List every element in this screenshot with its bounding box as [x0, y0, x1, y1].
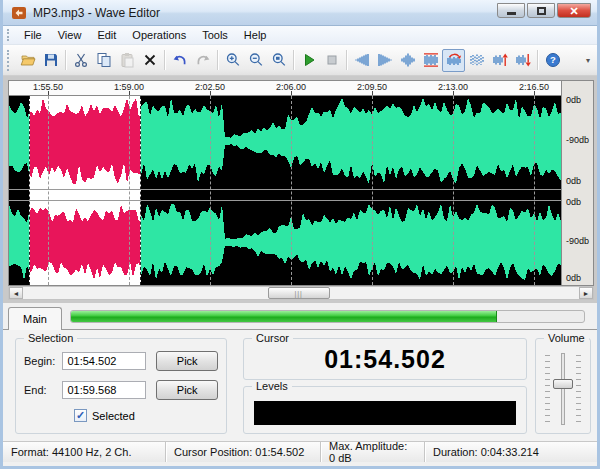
- zoom-selection-button[interactable]: [267, 49, 290, 72]
- menu-tools[interactable]: Tools: [194, 27, 236, 43]
- menu-grip: [7, 29, 12, 42]
- menu-view[interactable]: View: [50, 27, 90, 43]
- scroll-left-button[interactable]: ◄: [9, 287, 23, 299]
- insert-silence-button[interactable]: [396, 49, 419, 72]
- volume-legend: Volume: [544, 332, 589, 344]
- scrollbar-track[interactable]: |||: [23, 287, 579, 299]
- levels-group: Levels: [243, 386, 527, 434]
- play-icon: [301, 52, 317, 68]
- normalize-button[interactable]: [419, 49, 442, 72]
- help-button[interactable]: ?: [541, 49, 564, 72]
- tab-row: Main: [3, 303, 597, 329]
- selection-group: Selection Begin: Pick End: Pick ✓ Select…: [15, 338, 227, 434]
- pick-end-button[interactable]: Pick: [156, 380, 218, 400]
- volume-down-button[interactable]: [511, 49, 534, 72]
- minimize-button[interactable]: [497, 3, 525, 18]
- begin-label: Begin:: [24, 355, 62, 367]
- minimize-icon: [507, 12, 516, 15]
- fade-in-icon: [354, 52, 370, 68]
- channel-divider-line: [9, 200, 561, 201]
- volume-up-button[interactable]: [488, 49, 511, 72]
- maximize-button[interactable]: [527, 3, 555, 18]
- save-icon: [43, 52, 59, 68]
- cursor-time-display: 01:54.502: [244, 345, 526, 374]
- delete-icon: [142, 52, 158, 68]
- menu-bar: File View Edit Operations Tools Help: [3, 26, 597, 45]
- toolbar-overflow-icon: ▾: [586, 56, 590, 65]
- end-input[interactable]: [62, 381, 146, 399]
- stop-button[interactable]: [320, 49, 343, 72]
- paste-button[interactable]: [115, 49, 138, 72]
- toolbar-grip: [7, 50, 12, 71]
- volume-slider-thumb[interactable]: [553, 379, 573, 389]
- open-button[interactable]: [16, 49, 39, 72]
- title-bar: MP3.mp3 - Wave Editor ✕: [3, 0, 597, 26]
- status-cursor-position: Cursor Position: 01:54.502: [166, 442, 321, 462]
- undo-icon: [172, 52, 188, 68]
- toolbar: ? ▾: [3, 45, 597, 76]
- tick-gridline: [291, 96, 292, 285]
- scrollbar-thumb[interactable]: |||: [268, 287, 330, 299]
- silence-button[interactable]: [465, 49, 488, 72]
- timeline-ruler[interactable]: 1:55.501:59.002:02.502:06.002:09.502:13.…: [8, 80, 562, 95]
- cut-icon: [73, 52, 89, 68]
- selected-checkbox[interactable]: ✓: [74, 409, 87, 422]
- silence-icon: [469, 52, 485, 68]
- redo-icon: [195, 52, 211, 68]
- scrollbar-grip: |||: [294, 290, 302, 297]
- toolbar-overflow-button[interactable]: ▾: [583, 56, 593, 65]
- tick-gridline: [372, 96, 373, 285]
- redo-button[interactable]: [191, 49, 214, 72]
- menu-file[interactable]: File: [16, 27, 50, 43]
- wave-editor-window: MP3.mp3 - Wave Editor ✕ File View Edit O…: [0, 0, 600, 469]
- channels[interactable]: [8, 95, 562, 286]
- volume-up-icon: [492, 52, 508, 68]
- svg-text:?: ?: [550, 54, 556, 65]
- progress-bar: [70, 310, 585, 323]
- wave-workspace: 1:55.501:59.002:02.502:06.002:09.502:13.…: [3, 76, 597, 303]
- close-icon: ✕: [569, 6, 578, 16]
- pick-begin-button[interactable]: Pick: [156, 351, 218, 371]
- db-scale-label: 0db: [566, 176, 581, 186]
- delete-button[interactable]: [138, 49, 161, 72]
- horizontal-scrollbar[interactable]: ◄ ||| ►: [8, 286, 594, 300]
- tab-main[interactable]: Main: [8, 307, 62, 330]
- play-button[interactable]: [297, 49, 320, 72]
- fade-in-button[interactable]: [350, 49, 373, 72]
- volume-slider[interactable]: [543, 353, 583, 425]
- close-button[interactable]: ✕: [557, 3, 591, 18]
- tick-gridline: [453, 96, 454, 285]
- copy-button[interactable]: [92, 49, 115, 72]
- normalize-icon: [423, 52, 439, 68]
- begin-input[interactable]: [62, 352, 146, 370]
- volume-slider-track[interactable]: [561, 353, 565, 425]
- cut-button[interactable]: [69, 49, 92, 72]
- db-scale-label: 0db: [566, 273, 581, 283]
- db-scale-label: -90db: [566, 135, 589, 145]
- selected-waveform-right: [29, 204, 141, 280]
- tick-gridline: [534, 96, 535, 285]
- save-button[interactable]: [39, 49, 62, 72]
- insert-silence-icon: [400, 52, 416, 68]
- menu-help[interactable]: Help: [236, 27, 275, 43]
- selection-region[interactable]: [29, 96, 141, 285]
- menu-operations[interactable]: Operations: [124, 27, 194, 43]
- channel-divider-line: [9, 189, 561, 190]
- status-bar: Format: 44100 Hz, 2 Ch. Cursor Position:…: [3, 441, 597, 462]
- zoom-in-button[interactable]: [221, 49, 244, 72]
- fade-out-button[interactable]: [373, 49, 396, 72]
- reverse-button[interactable]: [442, 49, 465, 72]
- maximize-icon: [537, 7, 546, 15]
- volume-group: Volume: [535, 338, 591, 434]
- zoom-out-button[interactable]: [244, 49, 267, 72]
- db-scale-label: 0db: [566, 95, 581, 105]
- cursor-group: Cursor 01:54.502: [243, 338, 527, 380]
- scroll-right-icon: ►: [583, 290, 590, 297]
- scroll-right-button[interactable]: ►: [579, 287, 593, 299]
- undo-button[interactable]: [168, 49, 191, 72]
- copy-icon: [96, 52, 112, 68]
- selection-legend: Selection: [24, 332, 77, 344]
- selected-checkbox-label: Selected: [92, 410, 135, 422]
- selected-waveform-left: [29, 98, 141, 184]
- menu-edit[interactable]: Edit: [89, 27, 124, 43]
